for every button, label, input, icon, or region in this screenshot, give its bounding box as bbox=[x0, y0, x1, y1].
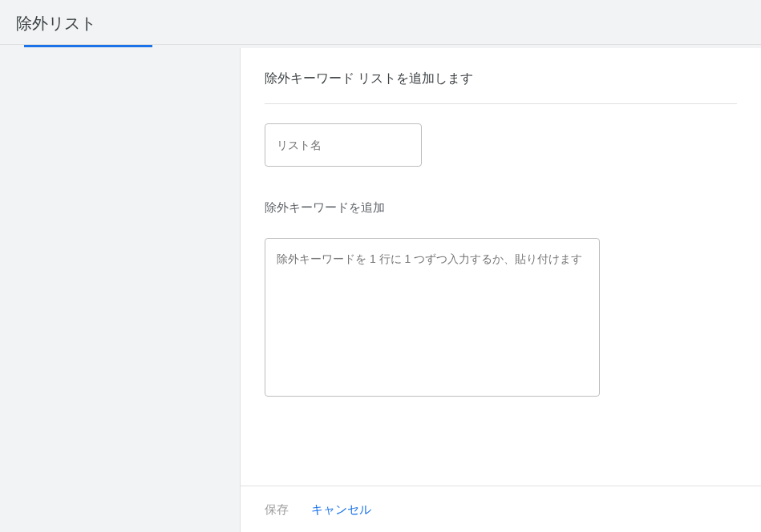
divider bbox=[265, 103, 737, 104]
list-name-input[interactable] bbox=[265, 123, 422, 167]
page-header: 除外リスト bbox=[0, 0, 761, 45]
content-wrapper: 除外キーワード リストを追加します 除外キーワードを追加 保存 キャンセル bbox=[0, 48, 761, 532]
sidebar bbox=[0, 48, 241, 532]
main-inner: 除外キーワード リストを追加します 除外キーワードを追加 bbox=[241, 71, 761, 486]
keywords-section-label: 除外キーワードを追加 bbox=[265, 200, 737, 216]
active-tab-indicator bbox=[24, 45, 152, 47]
main-panel: 除外キーワード リストを追加します 除外キーワードを追加 保存 キャンセル bbox=[241, 48, 761, 532]
footer-actions: 保存 キャンセル bbox=[241, 486, 761, 532]
panel-title: 除外キーワード リストを追加します bbox=[265, 71, 737, 87]
keywords-textarea[interactable] bbox=[265, 238, 600, 397]
cancel-button[interactable]: キャンセル bbox=[311, 502, 371, 518]
page-title: 除外リスト bbox=[16, 13, 745, 34]
save-button[interactable]: 保存 bbox=[265, 502, 289, 518]
